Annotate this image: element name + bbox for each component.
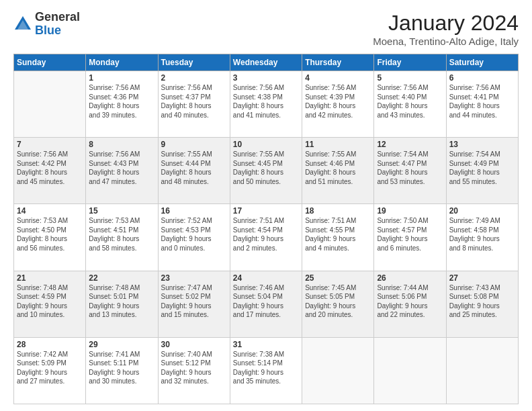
day-number: 20: [449, 206, 515, 216]
header: General Blue January 2024 Moena, Trentin…: [13, 11, 519, 47]
calendar-day-cell: 10Sunrise: 7:55 AMSunset: 4:45 PMDayligh…: [230, 138, 302, 204]
calendar-day-cell: 5Sunrise: 7:56 AMSunset: 4:40 PMDaylight…: [374, 71, 446, 138]
day-number: 6: [449, 73, 515, 83]
calendar-day-cell: [374, 337, 446, 404]
title-section: January 2024 Moena, Trentino-Alto Adige,…: [373, 11, 519, 47]
calendar-day-cell: 15Sunrise: 7:53 AMSunset: 4:51 PMDayligh…: [86, 204, 158, 271]
calendar: SundayMondayTuesdayWednesdayThursdayFrid…: [13, 54, 519, 404]
calendar-day-cell: 31Sunrise: 7:38 AMSunset: 5:14 PMDayligh…: [230, 337, 302, 404]
day-number: 7: [17, 140, 83, 149]
day-number: 22: [89, 273, 154, 283]
day-info: Sunrise: 7:38 AMSunset: 5:14 PMDaylight:…: [233, 350, 299, 386]
day-number: 19: [377, 206, 443, 216]
day-number: 24: [233, 273, 299, 283]
day-number: 3: [233, 73, 299, 83]
day-number: 1: [89, 73, 154, 83]
calendar-day-cell: 16Sunrise: 7:52 AMSunset: 4:53 PMDayligh…: [158, 204, 230, 271]
calendar-day-cell: 9Sunrise: 7:55 AMSunset: 4:44 PMDaylight…: [158, 138, 230, 204]
day-info: Sunrise: 7:53 AMSunset: 4:50 PMDaylight:…: [17, 216, 83, 253]
day-info: Sunrise: 7:45 AMSunset: 5:05 PMDaylight:…: [305, 283, 371, 320]
calendar-day-cell: 18Sunrise: 7:51 AMSunset: 4:55 PMDayligh…: [302, 204, 374, 271]
logo-blue: Blue: [35, 24, 80, 38]
weekday-header: Monday: [86, 54, 158, 71]
calendar-week-row: 7Sunrise: 7:56 AMSunset: 4:42 PMDaylight…: [14, 138, 519, 204]
calendar-day-cell: 19Sunrise: 7:50 AMSunset: 4:57 PMDayligh…: [374, 204, 446, 271]
calendar-header-row: SundayMondayTuesdayWednesdayThursdayFrid…: [14, 54, 519, 71]
calendar-day-cell: 20Sunrise: 7:49 AMSunset: 4:58 PMDayligh…: [446, 204, 518, 271]
day-number: 9: [161, 140, 227, 149]
day-number: 11: [305, 140, 371, 149]
calendar-day-cell: 12Sunrise: 7:54 AMSunset: 4:47 PMDayligh…: [374, 138, 446, 204]
day-info: Sunrise: 7:46 AMSunset: 5:04 PMDaylight:…: [233, 283, 299, 320]
day-number: 30: [161, 340, 227, 349]
day-info: Sunrise: 7:49 AMSunset: 4:58 PMDaylight:…: [449, 216, 515, 253]
calendar-day-cell: 3Sunrise: 7:56 AMSunset: 4:38 PMDaylight…: [230, 71, 302, 138]
weekday-header: Saturday: [446, 54, 518, 71]
calendar-day-cell: 6Sunrise: 7:56 AMSunset: 4:41 PMDaylight…: [446, 71, 518, 138]
calendar-day-cell: 22Sunrise: 7:48 AMSunset: 5:01 PMDayligh…: [86, 271, 158, 337]
day-number: 29: [89, 340, 154, 349]
day-number: 26: [377, 273, 443, 283]
day-info: Sunrise: 7:56 AMSunset: 4:39 PMDaylight:…: [305, 83, 371, 120]
day-info: Sunrise: 7:47 AMSunset: 5:02 PMDaylight:…: [161, 283, 227, 320]
day-info: Sunrise: 7:54 AMSunset: 4:47 PMDaylight:…: [377, 150, 443, 186]
calendar-week-row: 21Sunrise: 7:48 AMSunset: 4:59 PMDayligh…: [14, 271, 519, 337]
day-number: 12: [377, 140, 443, 149]
day-info: Sunrise: 7:51 AMSunset: 4:55 PMDaylight:…: [305, 216, 371, 253]
day-info: Sunrise: 7:52 AMSunset: 4:53 PMDaylight:…: [161, 216, 227, 253]
weekday-header: Thursday: [302, 54, 374, 71]
weekday-header: Sunday: [14, 54, 86, 71]
day-number: 14: [17, 206, 83, 216]
calendar-day-cell: [302, 337, 374, 404]
day-info: Sunrise: 7:53 AMSunset: 4:51 PMDaylight:…: [89, 216, 154, 253]
weekday-header: Wednesday: [230, 54, 302, 71]
calendar-day-cell: 30Sunrise: 7:40 AMSunset: 5:12 PMDayligh…: [158, 337, 230, 404]
calendar-day-cell: 14Sunrise: 7:53 AMSunset: 4:50 PMDayligh…: [14, 204, 86, 271]
calendar-day-cell: [14, 71, 86, 138]
day-info: Sunrise: 7:41 AMSunset: 5:11 PMDaylight:…: [89, 350, 154, 386]
day-number: 31: [233, 340, 299, 349]
day-info: Sunrise: 7:56 AMSunset: 4:43 PMDaylight:…: [89, 150, 154, 186]
day-number: 27: [449, 273, 515, 283]
day-info: Sunrise: 7:56 AMSunset: 4:38 PMDaylight:…: [233, 83, 299, 120]
day-number: 18: [305, 206, 371, 216]
day-info: Sunrise: 7:48 AMSunset: 5:01 PMDaylight:…: [89, 283, 154, 320]
location: Moena, Trentino-Alto Adige, Italy: [373, 36, 519, 47]
calendar-week-row: 1Sunrise: 7:56 AMSunset: 4:36 PMDaylight…: [14, 71, 519, 138]
day-info: Sunrise: 7:40 AMSunset: 5:12 PMDaylight:…: [161, 350, 227, 386]
day-number: 4: [305, 73, 371, 83]
page: General Blue January 2024 Moena, Trentin…: [0, 0, 532, 411]
day-info: Sunrise: 7:56 AMSunset: 4:41 PMDaylight:…: [449, 83, 515, 120]
day-number: 2: [161, 73, 227, 83]
logo: General Blue: [13, 11, 80, 38]
day-info: Sunrise: 7:55 AMSunset: 4:46 PMDaylight:…: [305, 150, 371, 186]
calendar-day-cell: [446, 337, 518, 404]
calendar-day-cell: 28Sunrise: 7:42 AMSunset: 5:09 PMDayligh…: [14, 337, 86, 404]
calendar-day-cell: 29Sunrise: 7:41 AMSunset: 5:11 PMDayligh…: [86, 337, 158, 404]
calendar-day-cell: 7Sunrise: 7:56 AMSunset: 4:42 PMDaylight…: [14, 138, 86, 204]
day-number: 16: [161, 206, 227, 216]
calendar-day-cell: 17Sunrise: 7:51 AMSunset: 4:54 PMDayligh…: [230, 204, 302, 271]
calendar-day-cell: 2Sunrise: 7:56 AMSunset: 4:37 PMDaylight…: [158, 71, 230, 138]
day-number: 5: [377, 73, 443, 83]
calendar-day-cell: 4Sunrise: 7:56 AMSunset: 4:39 PMDaylight…: [302, 71, 374, 138]
day-info: Sunrise: 7:56 AMSunset: 4:40 PMDaylight:…: [377, 83, 443, 120]
weekday-header: Friday: [374, 54, 446, 71]
calendar-day-cell: 23Sunrise: 7:47 AMSunset: 5:02 PMDayligh…: [158, 271, 230, 337]
logo-text: General Blue: [35, 11, 80, 38]
month-title: January 2024: [373, 11, 519, 36]
day-number: 21: [17, 273, 83, 283]
calendar-day-cell: 26Sunrise: 7:44 AMSunset: 5:06 PMDayligh…: [374, 271, 446, 337]
logo-icon: [13, 15, 32, 34]
day-number: 10: [233, 140, 299, 149]
day-number: 15: [89, 206, 154, 216]
calendar-day-cell: 8Sunrise: 7:56 AMSunset: 4:43 PMDaylight…: [86, 138, 158, 204]
day-info: Sunrise: 7:51 AMSunset: 4:54 PMDaylight:…: [233, 216, 299, 253]
calendar-day-cell: 24Sunrise: 7:46 AMSunset: 5:04 PMDayligh…: [230, 271, 302, 337]
day-info: Sunrise: 7:56 AMSunset: 4:36 PMDaylight:…: [89, 83, 154, 120]
day-info: Sunrise: 7:55 AMSunset: 4:44 PMDaylight:…: [161, 150, 227, 186]
calendar-day-cell: 27Sunrise: 7:43 AMSunset: 5:08 PMDayligh…: [446, 271, 518, 337]
day-info: Sunrise: 7:56 AMSunset: 4:42 PMDaylight:…: [17, 150, 83, 186]
day-info: Sunrise: 7:42 AMSunset: 5:09 PMDaylight:…: [17, 350, 83, 386]
day-info: Sunrise: 7:50 AMSunset: 4:57 PMDaylight:…: [377, 216, 443, 253]
